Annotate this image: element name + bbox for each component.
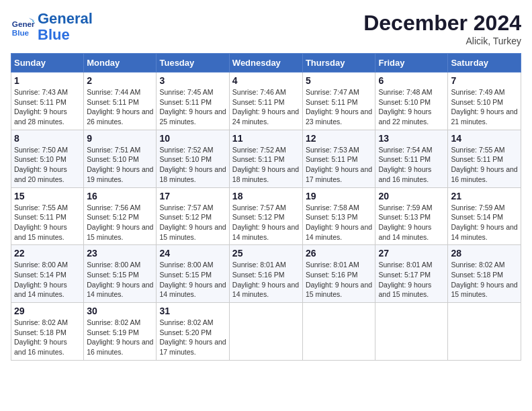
calendar-day: 18Sunrise: 7:57 AM Sunset: 5:12 PM Dayli… [229,187,302,245]
calendar: SundayMondayTuesdayWednesdayThursdayFrid… [11,53,521,361]
calendar-day: 5Sunrise: 7:47 AM Sunset: 5:11 PM Daylig… [302,73,375,130]
day-of-week-header: Friday [375,54,448,73]
day-info: Sunrise: 7:50 AM Sunset: 5:10 PM Dayligh… [14,145,81,185]
calendar-day: 27Sunrise: 8:01 AM Sunset: 5:17 PM Dayli… [375,245,448,303]
calendar-day: 23Sunrise: 8:00 AM Sunset: 5:15 PM Dayli… [84,245,157,303]
day-info: Sunrise: 7:58 AM Sunset: 5:13 PM Dayligh… [306,203,373,242]
day-number: 24 [159,248,226,259]
empty-cell [375,303,448,361]
day-number: 21 [451,191,518,201]
day-info: Sunrise: 7:48 AM Sunset: 5:10 PM Dayligh… [378,87,445,127]
day-info: Sunrise: 7:46 AM Sunset: 5:11 PM Dayligh… [232,87,300,127]
calendar-day: 28Sunrise: 8:02 AM Sunset: 5:18 PM Dayli… [448,245,521,303]
calendar-day: 4Sunrise: 7:46 AM Sunset: 5:11 PM Daylig… [229,73,302,130]
day-info: Sunrise: 8:01 AM Sunset: 5:17 PM Dayligh… [378,260,445,300]
day-number: 7 [451,75,518,86]
day-of-week-header: Saturday [448,54,521,73]
day-info: Sunrise: 7:55 AM Sunset: 5:11 PM Dayligh… [451,145,518,185]
day-number: 8 [14,133,81,144]
day-number: 23 [87,248,153,259]
day-of-week-header: Tuesday [157,54,229,73]
day-number: 14 [451,133,518,144]
calendar-day: 11Sunrise: 7:52 AM Sunset: 5:11 PM Dayli… [229,130,302,187]
day-info: Sunrise: 8:02 AM Sunset: 5:20 PM Dayligh… [159,318,226,357]
day-number: 25 [232,248,300,259]
day-number: 11 [232,133,300,144]
calendar-day: 3Sunrise: 7:45 AM Sunset: 5:11 PM Daylig… [157,73,229,130]
day-info: Sunrise: 7:43 AM Sunset: 5:11 PM Dayligh… [14,87,81,127]
calendar-day: 31Sunrise: 8:02 AM Sunset: 5:20 PM Dayli… [157,303,229,361]
calendar-day: 9Sunrise: 7:51 AM Sunset: 5:10 PM Daylig… [84,130,157,187]
day-number: 12 [306,133,373,144]
day-number: 17 [159,191,226,201]
day-of-week-header: Monday [84,54,157,73]
calendar-day: 22Sunrise: 8:00 AM Sunset: 5:14 PM Dayli… [11,245,84,303]
day-info: Sunrise: 7:53 AM Sunset: 5:11 PM Dayligh… [306,145,373,185]
day-number: 16 [87,191,153,201]
day-number: 19 [306,191,373,201]
calendar-day: 24Sunrise: 8:00 AM Sunset: 5:15 PM Dayli… [157,245,229,303]
location: Alicik, Turkey [363,36,521,46]
day-number: 10 [159,133,226,144]
day-info: Sunrise: 7:59 AM Sunset: 5:14 PM Dayligh… [451,203,518,242]
day-info: Sunrise: 8:00 AM Sunset: 5:14 PM Dayligh… [14,260,81,300]
calendar-day: 19Sunrise: 7:58 AM Sunset: 5:13 PM Dayli… [302,187,375,245]
day-of-week-header: Wednesday [229,54,302,73]
calendar-day: 29Sunrise: 8:02 AM Sunset: 5:18 PM Dayli… [11,303,84,361]
day-number: 22 [14,248,81,259]
day-number: 9 [87,133,153,144]
day-number: 5 [306,75,373,86]
day-number: 13 [378,133,445,144]
empty-cell [448,303,521,361]
day-info: Sunrise: 7:49 AM Sunset: 5:10 PM Dayligh… [451,87,518,127]
day-info: Sunrise: 7:47 AM Sunset: 5:11 PM Dayligh… [306,87,373,127]
day-info: Sunrise: 8:00 AM Sunset: 5:15 PM Dayligh… [159,260,226,300]
day-info: Sunrise: 7:57 AM Sunset: 5:12 PM Dayligh… [159,203,226,242]
calendar-day: 1Sunrise: 7:43 AM Sunset: 5:11 PM Daylig… [11,73,84,130]
day-number: 27 [378,248,445,259]
calendar-day: 6Sunrise: 7:48 AM Sunset: 5:10 PM Daylig… [375,73,448,130]
day-info: Sunrise: 8:02 AM Sunset: 5:18 PM Dayligh… [14,318,81,357]
day-info: Sunrise: 8:00 AM Sunset: 5:15 PM Dayligh… [87,260,153,300]
day-number: 6 [378,75,445,86]
header: General Blue General Blue December 2024 … [11,11,521,46]
day-of-week-header: Thursday [302,54,375,73]
day-info: Sunrise: 7:52 AM Sunset: 5:10 PM Dayligh… [159,145,226,185]
day-info: Sunrise: 7:52 AM Sunset: 5:11 PM Dayligh… [232,145,300,185]
day-number: 1 [14,75,81,86]
calendar-day: 20Sunrise: 7:59 AM Sunset: 5:13 PM Dayli… [375,187,448,245]
day-info: Sunrise: 7:57 AM Sunset: 5:12 PM Dayligh… [232,203,300,242]
empty-cell [302,303,375,361]
day-number: 3 [159,75,226,86]
empty-cell [229,303,302,361]
title-area: December 2024 Alicik, Turkey [363,11,521,46]
day-number: 30 [87,306,153,316]
svg-text:Blue: Blue [12,28,30,37]
day-info: Sunrise: 7:45 AM Sunset: 5:11 PM Dayligh… [159,87,226,127]
calendar-day: 14Sunrise: 7:55 AM Sunset: 5:11 PM Dayli… [448,130,521,187]
day-info: Sunrise: 7:56 AM Sunset: 5:12 PM Dayligh… [87,203,153,242]
day-number: 15 [14,191,81,201]
calendar-day: 2Sunrise: 7:44 AM Sunset: 5:11 PM Daylig… [84,73,157,130]
day-number: 2 [87,75,153,86]
day-number: 31 [159,306,226,316]
calendar-day: 21Sunrise: 7:59 AM Sunset: 5:14 PM Dayli… [448,187,521,245]
day-info: Sunrise: 8:02 AM Sunset: 5:19 PM Dayligh… [87,318,153,357]
day-info: Sunrise: 8:01 AM Sunset: 5:16 PM Dayligh… [306,260,373,300]
calendar-day: 7Sunrise: 7:49 AM Sunset: 5:10 PM Daylig… [448,73,521,130]
day-info: Sunrise: 8:01 AM Sunset: 5:16 PM Dayligh… [232,260,300,300]
day-info: Sunrise: 7:59 AM Sunset: 5:13 PM Dayligh… [378,203,445,242]
day-info: Sunrise: 7:51 AM Sunset: 5:10 PM Dayligh… [87,145,153,185]
calendar-day: 8Sunrise: 7:50 AM Sunset: 5:10 PM Daylig… [11,130,84,187]
month-title: December 2024 [363,11,521,36]
calendar-day: 17Sunrise: 7:57 AM Sunset: 5:12 PM Dayli… [157,187,229,245]
calendar-day: 10Sunrise: 7:52 AM Sunset: 5:10 PM Dayli… [157,130,229,187]
day-info: Sunrise: 7:55 AM Sunset: 5:11 PM Dayligh… [14,203,81,242]
day-number: 29 [14,306,81,316]
logo: General Blue General Blue [11,11,93,43]
calendar-day: 30Sunrise: 8:02 AM Sunset: 5:19 PM Dayli… [84,303,157,361]
day-of-week-header: Sunday [11,54,84,73]
day-number: 28 [451,248,518,259]
day-number: 26 [306,248,373,259]
day-number: 18 [232,191,300,201]
